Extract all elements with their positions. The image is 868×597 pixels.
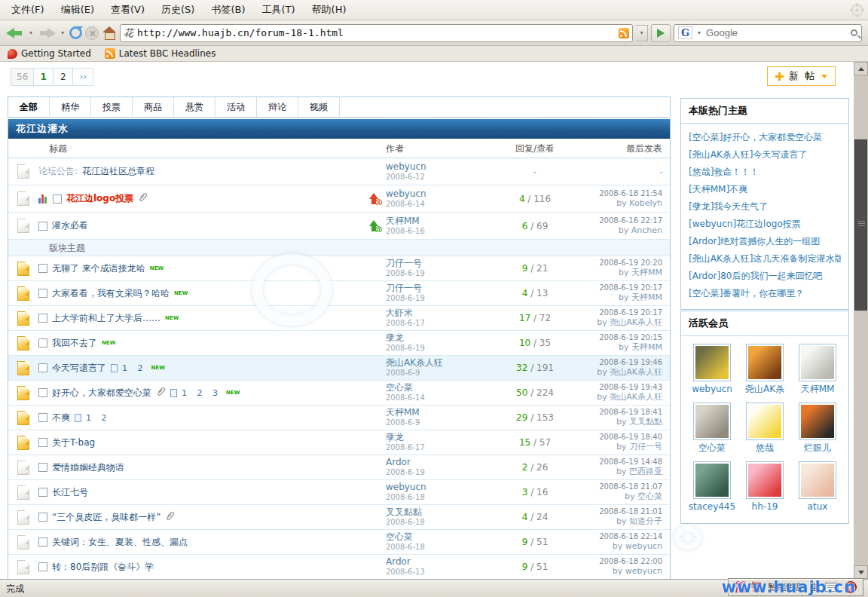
lastpost-author-link[interactable]: 空心菜 bbox=[637, 491, 662, 501]
lastpost-author-link[interactable]: Anchen bbox=[631, 225, 662, 235]
scroll-up-button[interactable] bbox=[854, 62, 868, 75]
lastpost-author-link[interactable]: 叉叉點點 bbox=[629, 417, 662, 427]
hot-topic-link-8[interactable]: [Ardor]80后的我们一起来回忆吧 bbox=[689, 268, 841, 285]
author-link[interactable]: 叉叉點點 bbox=[386, 507, 497, 518]
forward-button[interactable] bbox=[38, 23, 56, 43]
new-post-button[interactable]: 新 帖 bbox=[767, 66, 836, 86]
topic-checkbox[interactable] bbox=[38, 264, 47, 273]
hot-topic-link-0[interactable]: [空心菜]好开心，大家都爱空心菜 bbox=[689, 129, 841, 146]
hot-topic-link-9[interactable]: [空心菜]番薯叶，你在哪里？ bbox=[689, 285, 841, 302]
topic-checkbox[interactable] bbox=[38, 289, 47, 298]
tab-4[interactable]: 悬赏 bbox=[174, 97, 215, 117]
topic-title-link[interactable]: 我回不去了 bbox=[52, 337, 97, 350]
topic-title-link[interactable]: 无聊了 来个成语接龙哈 bbox=[52, 262, 145, 275]
tab-0[interactable]: 全部 bbox=[8, 97, 50, 117]
vertical-scrollbar[interactable] bbox=[854, 62, 868, 579]
topic-title-link[interactable]: 花江边logo投票 bbox=[66, 192, 133, 205]
avatar[interactable] bbox=[799, 344, 836, 381]
menu-item-1[interactable]: 编辑(E) bbox=[53, 0, 102, 20]
topic-title-link[interactable]: 爱情婚姻经典物语 bbox=[52, 461, 124, 474]
lastpost-author-link[interactable]: webyucn bbox=[625, 566, 662, 576]
back-history-dropdown[interactable]: ▾ bbox=[27, 29, 35, 36]
topic-checkbox[interactable] bbox=[38, 413, 47, 422]
topic-checkbox[interactable] bbox=[38, 338, 47, 347]
lastpost-author-link[interactable]: 巴西路亚 bbox=[629, 467, 662, 476]
topic-checkbox[interactable] bbox=[38, 222, 47, 231]
home-button[interactable] bbox=[102, 23, 117, 43]
topic-checkbox[interactable] bbox=[38, 537, 47, 546]
topic-title-link[interactable]: 关于T-bag bbox=[52, 436, 95, 449]
forward-history-dropdown[interactable]: ▾ bbox=[59, 29, 66, 36]
hot-topic-link-3[interactable]: [天枰MM]不爽 bbox=[689, 181, 841, 198]
avatar[interactable] bbox=[799, 403, 836, 440]
hot-topic-link-7[interactable]: [尧山AK杀人狂]这几天准备制定灌水版 bbox=[689, 250, 841, 268]
tab-5[interactable]: 活动 bbox=[215, 97, 257, 117]
topic-checkbox[interactable] bbox=[38, 463, 47, 472]
reload-button[interactable] bbox=[69, 23, 82, 43]
topic-title-link[interactable]: 花江边社区总章程 bbox=[82, 165, 154, 178]
member-name-link[interactable]: 天枰MM bbox=[791, 381, 844, 396]
bookmark-getting-started[interactable]: Getting Started bbox=[8, 48, 91, 59]
topic-title-link[interactable]: “三个臭皮匠，臭味都一样” bbox=[52, 511, 160, 524]
author-link[interactable]: Ardor bbox=[386, 457, 497, 468]
author-link[interactable]: webyucn bbox=[386, 482, 497, 493]
topic-checkbox[interactable] bbox=[38, 562, 47, 571]
tab-7[interactable]: 视频 bbox=[298, 97, 340, 117]
ime-toolbar[interactable]: SCIM 智 智能拼音 全 bbox=[728, 578, 863, 596]
author-link[interactable]: 孽龙 bbox=[386, 432, 497, 443]
topic-title-link[interactable]: 关键词：女生、夏装、性感、漏点 bbox=[52, 536, 188, 549]
bookmark-latest-bbc-headlines[interactable]: Latest BBC Headlines bbox=[105, 48, 216, 59]
scroll-down-button[interactable] bbox=[854, 565, 868, 579]
menu-item-0[interactable]: 文件(F) bbox=[3, 0, 53, 20]
url-input[interactable] bbox=[137, 27, 615, 38]
lastpost-author-link[interactable]: Kobelyh bbox=[629, 198, 662, 208]
avatar[interactable] bbox=[693, 461, 731, 499]
lastpost-author-link[interactable]: 天枰MM bbox=[631, 342, 662, 352]
member-name-link[interactable]: 悠哉 bbox=[738, 440, 791, 455]
menu-item-4[interactable]: 书签(B) bbox=[203, 0, 253, 20]
author-link[interactable]: webyucn bbox=[386, 188, 497, 200]
topic-title-link[interactable]: 今天写遗言了 bbox=[52, 362, 106, 375]
avatar[interactable] bbox=[746, 461, 784, 499]
lastpost-author-link[interactable]: 天枰MM bbox=[631, 268, 662, 277]
author-link[interactable]: 天枰MM bbox=[386, 216, 497, 227]
back-button[interactable] bbox=[6, 23, 24, 43]
author-link[interactable]: 大虾米 bbox=[386, 308, 497, 319]
url-dropdown-button[interactable]: ▾ bbox=[636, 25, 648, 41]
hot-topic-link-4[interactable]: [孽龙]我今天生气了 bbox=[689, 198, 841, 216]
search-input[interactable] bbox=[706, 27, 848, 38]
pagination-next[interactable]: ›› bbox=[73, 69, 93, 85]
hot-topic-link-5[interactable]: [webyucn]花江边logo投票 bbox=[689, 216, 841, 233]
lastpost-author-link[interactable]: 天枰MM bbox=[631, 292, 662, 302]
topic-checkbox[interactable] bbox=[53, 194, 62, 204]
rss-feed-icon[interactable] bbox=[619, 28, 629, 38]
tab-2[interactable]: 投票 bbox=[91, 97, 133, 117]
author-link[interactable]: 孽龙 bbox=[386, 332, 497, 344]
author-link[interactable]: 刀仔一号 bbox=[386, 283, 497, 294]
topic-title-link[interactable]: 好开心，大家都爱空心菜 bbox=[52, 387, 151, 400]
topic-page-links[interactable]: 1 2 3 bbox=[182, 388, 222, 398]
hot-topic-link-2[interactable]: [悠哉]救命！！！ bbox=[689, 164, 841, 181]
author-link[interactable]: 刀仔一号 bbox=[386, 258, 497, 269]
lastpost-author-link[interactable]: 尧山AK杀人狂 bbox=[610, 367, 662, 377]
topic-page-links[interactable]: 1 2 bbox=[86, 413, 111, 423]
topic-checkbox[interactable] bbox=[38, 314, 47, 323]
pagination-1[interactable]: 1 bbox=[34, 69, 53, 85]
topic-title-link[interactable]: 不爽 bbox=[52, 412, 70, 424]
member-name-link[interactable]: webyucn bbox=[686, 381, 738, 396]
tab-1[interactable]: 精华 bbox=[50, 97, 91, 117]
author-link[interactable]: 尧山AK杀人狂 bbox=[386, 357, 497, 369]
tab-3[interactable]: 商品 bbox=[133, 97, 174, 117]
ime-engine-name[interactable]: 智能拼音 bbox=[768, 581, 804, 594]
topic-checkbox[interactable] bbox=[38, 388, 47, 397]
ime-language-button[interactable]: 智 bbox=[751, 580, 762, 594]
avatar[interactable] bbox=[799, 461, 836, 499]
search-engine-dropdown[interactable]: ▾ bbox=[695, 29, 703, 36]
author-link[interactable]: 天枰MM bbox=[386, 407, 497, 418]
tab-6[interactable]: 辩论 bbox=[257, 97, 298, 117]
topic-title-link[interactable]: 灌水必看 bbox=[52, 219, 88, 232]
stop-button[interactable] bbox=[85, 23, 99, 43]
avatar[interactable] bbox=[746, 344, 784, 381]
author-link[interactable]: Ardor bbox=[386, 556, 497, 568]
member-name-link[interactable]: 尧山AK杀 bbox=[738, 381, 791, 396]
